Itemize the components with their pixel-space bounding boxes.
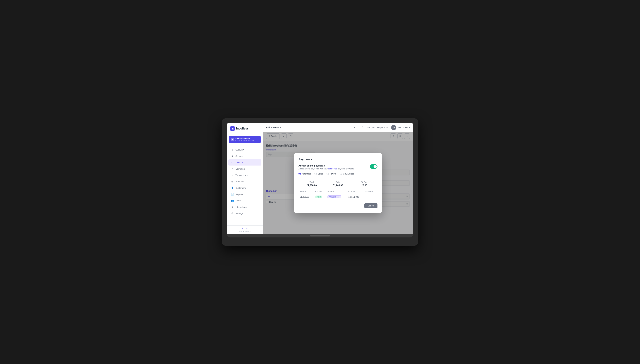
modal-overlay: Payments Accept online payments Accept o…: [263, 132, 413, 234]
property-chevron-icon: ⌄: [257, 138, 259, 141]
user-avatar: JW: [391, 125, 396, 130]
topbar-right: + ☽ Support Help Center JW John White ▾: [352, 125, 410, 130]
col-paid-at: Paid At: [347, 190, 364, 194]
row-paid-at: 16/11/2022: [347, 194, 364, 200]
user-chevron-icon: ▾: [409, 126, 410, 128]
total-label: Total: [298, 181, 325, 183]
customers-icon: 👤: [231, 186, 234, 189]
property-selector[interactable]: ◈ Invoiless Demo Create or switch proper…: [229, 136, 261, 143]
topay-label: To Pay: [351, 181, 378, 183]
radio-automatic[interactable]: Automatic: [298, 172, 311, 175]
radio-paypal[interactable]: PayPal: [327, 172, 337, 175]
modal-title: Payments: [298, 158, 378, 161]
radio-gocardless-dot: [340, 173, 342, 175]
property-sub: Create or switch property: [235, 140, 254, 142]
sidebar-item-label: Products: [235, 180, 244, 183]
cancel-button[interactable]: Cancel: [364, 203, 378, 208]
user-name: John White: [397, 126, 408, 129]
paid-label: Paid: [325, 181, 351, 183]
paid-value: £1,260.00: [325, 184, 351, 186]
scopes-icon: ◈: [231, 154, 234, 158]
sidebar-footer: 𝕏 f in 2022 — Invoiless: [227, 226, 263, 234]
method-badge: GoCardless: [328, 195, 341, 198]
table-row: £1,260.00 Paid GoCardless 16/11/2022: [298, 194, 378, 200]
sidebar-item-customers[interactable]: 👤 Customers: [228, 185, 261, 191]
sidebar-item-label: Integrations: [235, 206, 246, 208]
sidebar-item-products[interactable]: ⊞ Products: [228, 178, 261, 184]
sidebar-item-label: Settings: [235, 212, 243, 214]
col-actions: Actions: [364, 190, 378, 194]
radio-stripe-dot: [314, 173, 317, 175]
payment-methods: Automatic Stripe PayPal: [298, 172, 378, 175]
payment-summary: Total £1,260.00 Paid £1,260.00 To Pay £0…: [298, 181, 378, 186]
payment-table: Amount Status Method Paid At Actions: [298, 190, 378, 200]
sidebar-item-label: Scopes: [235, 155, 242, 157]
main-content: Edit Invoice ▾ + ☽ Support Help Center J…: [263, 123, 413, 234]
transactions-icon: ↕: [231, 174, 234, 176]
col-method: Method: [326, 190, 347, 194]
sidebar-item-transactions[interactable]: ↕ Transactions: [228, 172, 261, 178]
sidebar-item-label: Estimates: [235, 168, 245, 170]
support-link[interactable]: Support: [367, 126, 375, 129]
topbar: Edit Invoice ▾ + ☽ Support Help Center J…: [263, 123, 413, 132]
accept-payments-label: Accept online payments: [298, 164, 355, 167]
row-status: Paid: [314, 194, 326, 200]
sidebar-logo: ▣ Invoiless: [227, 123, 263, 134]
sidebar-item-label: Transactions: [235, 174, 247, 176]
page-title: Edit Invoice ▾: [266, 126, 281, 129]
help-center-link[interactable]: Help Center: [377, 126, 389, 129]
team-icon: 👥: [231, 199, 234, 202]
sidebar-item-settings[interactable]: ⚙ Settings: [228, 210, 261, 216]
sidebar: ▣ Invoiless ◈ Invoiless Demo Create or s…: [227, 123, 263, 234]
connected-link[interactable]: connected: [328, 168, 337, 170]
row-actions: -: [364, 194, 378, 200]
sidebar-item-integrations[interactable]: ⚙ Integrations: [228, 204, 261, 210]
reports-icon: 📄: [231, 193, 234, 196]
settings-icon: ⚙: [231, 212, 234, 215]
overview-icon: ⌂: [231, 148, 234, 151]
sidebar-item-label: Reports: [235, 193, 243, 196]
property-info: ◈ Invoiless Demo Create or switch proper…: [231, 138, 254, 142]
row-method: GoCardless: [326, 194, 347, 200]
content-area: ⚠ Send... ✓ ⏱ 🗑 ⧉ ↗: [263, 132, 413, 234]
total-value: £1,260.00: [298, 184, 325, 186]
radio-gocardless[interactable]: GoCardless: [340, 172, 354, 175]
sidebar-item-scopes[interactable]: ◈ Scopes: [228, 153, 261, 159]
topbar-left: Edit Invoice ▾: [266, 126, 281, 129]
sidebar-item-invoices[interactable]: □ Invoices: [228, 159, 261, 166]
dark-mode-button[interactable]: ☽: [360, 125, 365, 130]
accept-payments-toggle[interactable]: [370, 164, 378, 169]
modal-footer: Cancel: [298, 203, 378, 208]
main-nav: ⌂ Overview ◈ Scopes □ Invoices △ Estimat…: [227, 145, 263, 226]
property-icon: ◈: [231, 138, 234, 141]
col-status: Status: [314, 190, 326, 194]
products-icon: ⊞: [231, 180, 234, 183]
invoices-icon: □: [231, 161, 234, 164]
radio-stripe[interactable]: Stripe: [314, 172, 323, 175]
status-badge: Paid: [315, 196, 322, 198]
linkedin-link[interactable]: in: [246, 228, 248, 230]
estimates-icon: △: [231, 167, 234, 170]
sidebar-item-reports[interactable]: 📄 Reports: [228, 191, 261, 197]
sidebar-item-label: Invoices: [235, 161, 243, 164]
sidebar-item-overview[interactable]: ⌂ Overview: [228, 146, 261, 153]
radio-paypal-dot: [327, 173, 329, 175]
payments-modal: Payments Accept online payments Accept o…: [294, 153, 382, 213]
facebook-link[interactable]: f: [245, 228, 245, 230]
sidebar-item-label: Overview: [235, 148, 244, 151]
divider: [298, 178, 378, 178]
footer-copy: 2022 — Invoiless: [229, 230, 260, 232]
app-name: Invoiless: [236, 127, 249, 130]
twitter-link[interactable]: 𝕏: [242, 228, 243, 230]
topay-value: £0.00: [351, 184, 378, 186]
radio-automatic-dot: [298, 173, 301, 175]
logo-icon: ▣: [230, 126, 235, 131]
sidebar-item-team[interactable]: 👥 Team: [228, 198, 261, 204]
col-amount: Amount: [298, 190, 314, 194]
sidebar-item-label: Customers: [235, 187, 246, 189]
chevron-down-icon: ▾: [280, 126, 281, 129]
add-button[interactable]: +: [352, 125, 357, 130]
sidebar-item-estimates[interactable]: △ Estimates: [228, 166, 261, 172]
user-menu-button[interactable]: JW John White ▾: [391, 125, 410, 130]
accept-payments-row: Accept online payments Accept online pay…: [298, 164, 378, 170]
